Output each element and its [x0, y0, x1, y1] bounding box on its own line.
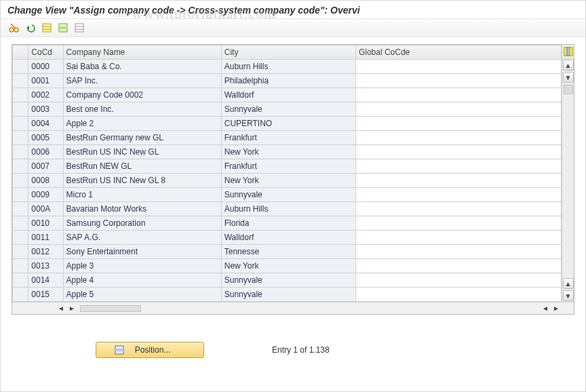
- row-selector[interactable]: [13, 259, 28, 273]
- cell-city: Auburn Hills: [221, 202, 355, 216]
- cell-global-cocde[interactable]: [355, 188, 561, 202]
- row-selector[interactable]: [13, 188, 28, 202]
- cell-company-name: Apple 4: [63, 273, 221, 288]
- row-selector[interactable]: [13, 74, 28, 88]
- cell-cocd: 0000: [28, 60, 63, 74]
- horizontal-scrollbar[interactable]: ◄ ► ◄ ►: [12, 302, 574, 314]
- deselect-all-button[interactable]: [73, 21, 86, 35]
- row-selector[interactable]: [13, 202, 28, 216]
- position-button[interactable]: Position...: [96, 342, 204, 358]
- cell-cocd: 0015: [28, 288, 63, 302]
- position-button-label: Position...: [135, 345, 171, 355]
- row-selector[interactable]: [13, 231, 28, 245]
- table-row: 0009Micro 1Sunnyvale: [13, 188, 562, 202]
- svg-rect-9: [59, 26, 67, 29]
- scroll-thumb[interactable]: [564, 85, 573, 94]
- cell-global-cocde[interactable]: [355, 202, 561, 216]
- select-all-icon: [41, 22, 52, 33]
- scroll-down-button[interactable]: ▼: [563, 72, 574, 83]
- table-header-row: CoCd Company Name City Global CoCde: [13, 45, 562, 60]
- configure-columns-button[interactable]: [562, 45, 574, 59]
- table-row: 0002Company Code 0002Walldorf: [13, 88, 562, 102]
- cell-city: Philadelphia: [221, 74, 355, 88]
- row-selector[interactable]: [13, 174, 28, 188]
- select-block-button[interactable]: [56, 21, 70, 35]
- svg-rect-10: [75, 24, 83, 32]
- svg-rect-18: [115, 349, 123, 351]
- row-selector[interactable]: [13, 245, 28, 259]
- row-selector[interactable]: [13, 60, 28, 74]
- row-selector[interactable]: [13, 288, 28, 302]
- undo-button[interactable]: [24, 21, 37, 35]
- cell-global-cocde[interactable]: [355, 117, 561, 131]
- svg-point-1: [14, 28, 18, 32]
- cell-global-cocde[interactable]: [355, 273, 561, 288]
- vertical-scrollbar[interactable]: ▲ ▼ ▲ ▼: [562, 45, 574, 302]
- cell-cocd: 0007: [28, 159, 63, 174]
- data-table-container: CoCd Company Name City Global CoCde 0000…: [12, 44, 574, 315]
- table-row: 0003Best one Inc.Sunnyvale: [13, 102, 562, 117]
- cell-company-name: Apple 3: [63, 259, 221, 273]
- table-row: 0005BestRun Germany new GLFrankfurt: [13, 131, 562, 145]
- cell-cocd: 0009: [28, 188, 63, 202]
- row-selector[interactable]: [13, 273, 28, 288]
- cell-cocd: 0011: [28, 231, 63, 245]
- cell-city: Tennesse: [221, 245, 355, 259]
- cell-global-cocde[interactable]: [355, 88, 561, 102]
- cell-company-name: SAP Inc.: [63, 74, 221, 88]
- col-header-cocd[interactable]: CoCd: [28, 45, 63, 60]
- configure-columns-icon: [564, 47, 573, 56]
- col-header-company[interactable]: Company Name: [63, 45, 221, 60]
- cell-global-cocde[interactable]: [355, 216, 561, 231]
- cell-company-name: Apple 5: [63, 288, 221, 302]
- cell-global-cocde[interactable]: [355, 74, 561, 88]
- cell-global-cocde[interactable]: [355, 60, 561, 74]
- cell-city: CUPERTINO: [221, 117, 355, 131]
- hscroll-left-button[interactable]: ◄: [56, 304, 66, 313]
- cell-company-name: BestRun US INC New GL: [63, 145, 221, 159]
- row-selector[interactable]: [13, 145, 28, 159]
- cell-cocd: 000A: [28, 202, 63, 216]
- cell-city: New York: [221, 145, 355, 159]
- row-selector[interactable]: [13, 216, 28, 231]
- cell-global-cocde[interactable]: [355, 145, 561, 159]
- row-selector[interactable]: [13, 159, 28, 174]
- cell-global-cocde[interactable]: [355, 159, 561, 174]
- cell-cocd: 0005: [28, 131, 63, 145]
- col-header-city[interactable]: City: [221, 45, 355, 60]
- select-block-icon: [58, 22, 69, 33]
- cell-global-cocde[interactable]: [355, 102, 561, 117]
- svg-rect-14: [564, 47, 567, 56]
- scroll-up-end-button[interactable]: ▲: [563, 278, 574, 289]
- cell-global-cocde[interactable]: [355, 245, 561, 259]
- row-selector[interactable]: [13, 102, 28, 117]
- row-selector[interactable]: [13, 117, 28, 131]
- hscroll-right-end-button[interactable]: ►: [551, 304, 562, 313]
- hscroll-left-end-button[interactable]: ◄: [540, 304, 551, 313]
- toggle-change-button[interactable]: [7, 21, 21, 35]
- row-selector[interactable]: [13, 88, 28, 102]
- svg-line-3: [11, 24, 15, 28]
- hscroll-track[interactable]: [80, 305, 141, 312]
- scroll-down-end-button[interactable]: ▼: [563, 290, 574, 301]
- svg-rect-5: [43, 24, 51, 32]
- select-all-button[interactable]: [40, 21, 54, 35]
- cell-global-cocde[interactable]: [355, 174, 561, 188]
- cell-global-cocde[interactable]: [355, 231, 561, 245]
- cell-cocd: 0008: [28, 174, 63, 188]
- cell-cocd: 0003: [28, 102, 63, 117]
- cell-cocd: 0012: [28, 245, 63, 259]
- company-code-table: CoCd Company Name City Global CoCde 0000…: [12, 45, 562, 302]
- pencil-glasses-icon: [9, 22, 20, 33]
- col-header-selector[interactable]: [13, 45, 28, 60]
- hscroll-right-button[interactable]: ►: [66, 304, 77, 313]
- cell-city: Frankfurt: [221, 159, 355, 174]
- cell-global-cocde[interactable]: [355, 288, 561, 302]
- cell-city: Sunnyvale: [221, 102, 355, 117]
- scroll-up-button[interactable]: ▲: [563, 60, 574, 71]
- cell-global-cocde[interactable]: [355, 131, 561, 145]
- cell-global-cocde[interactable]: [355, 259, 561, 273]
- row-selector[interactable]: [13, 131, 28, 145]
- col-header-global[interactable]: Global CoCde: [355, 45, 561, 60]
- cell-company-name: BestRun NEW GL: [63, 159, 221, 174]
